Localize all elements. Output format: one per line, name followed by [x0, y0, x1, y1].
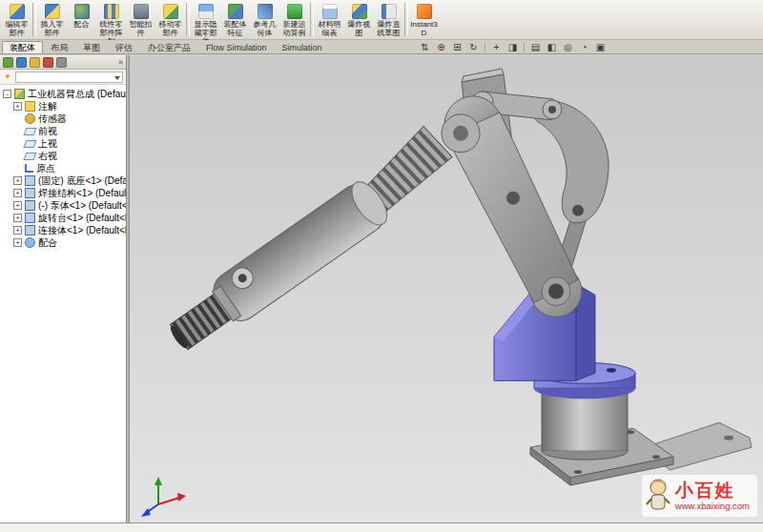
tab-office-products[interactable]: 办公室产品 [140, 41, 198, 53]
tree-item-pump-body-component[interactable]: + (-) 泵体<1> (Default<Def [0, 199, 126, 212]
insert-component-button[interactable]: 插入零部件 [37, 1, 67, 38]
tree-item-base-component[interactable]: + (固定) 底座<1> (Default<< [0, 174, 126, 187]
tab-assembly[interactable]: 装配体 [2, 41, 43, 53]
tree-item-label: 传感器 [38, 113, 67, 126]
command-manager-tabbar: 装配体 布局 草图 评估 办公室产品 Flow Simulation Simul… [0, 40, 763, 54]
tree-item-origin[interactable]: 原点 [0, 162, 126, 174]
edit-component-button[interactable]: 编辑零部件 [2, 1, 31, 38]
view-orientation-icon[interactable]: ▤ [528, 41, 543, 53]
assembly-features-icon [228, 4, 243, 19]
rotate-view-icon[interactable]: ↻ [466, 41, 481, 53]
display-manager-tab-icon[interactable] [56, 57, 67, 68]
assembly-features-button[interactable]: 装配体特征 [220, 1, 250, 38]
orientation-triad [141, 477, 186, 517]
smart-fasteners-button[interactable]: 智能扣件 [126, 1, 155, 38]
show-hidden-components-icon [198, 4, 214, 19]
tab-simulation[interactable]: Simulation [275, 41, 330, 53]
insert-component-icon [45, 4, 60, 19]
tree-item-front-plane[interactable]: 前视 [0, 125, 126, 137]
mate-label: 配合 [68, 20, 96, 29]
tree-item-annotations[interactable]: + 注解 [0, 100, 126, 113]
heads-up-view-toolbar: ⇅ ⊕ ⊞ ↻ + ◨ ▤ ◧ ◎ ◔ ▣ [418, 41, 608, 53]
expand-box-icon[interactable]: + [13, 226, 22, 235]
tree-item-label: 上视 [38, 137, 57, 151]
dimxpert-tab-icon[interactable] [43, 57, 53, 68]
edit-appearance-icon[interactable]: ◔ [577, 41, 591, 53]
linear-component-pattern-button[interactable]: 线性零部件阵列 [96, 1, 126, 38]
move-component-label: 移动零部件 [156, 20, 185, 37]
tree-item-connector-component[interactable]: + 连接体<1> (Default<Defaul [0, 224, 126, 236]
mate-button[interactable]: 配合 [67, 1, 96, 38]
explode-line-sketch-button[interactable]: 爆炸直线草图 [374, 1, 403, 38]
new-motion-study-icon [287, 4, 302, 19]
bill-of-materials-icon [322, 4, 338, 19]
tab-evaluate[interactable]: 评估 [108, 41, 140, 53]
collapse-box-icon[interactable]: - [3, 90, 11, 98]
tree-item-rotary-table-component[interactable]: + 旋转台<1> (Default<Defaul [0, 212, 126, 224]
part-icon [25, 188, 35, 198]
expand-box-icon[interactable]: + [13, 238, 22, 247]
explode-line-sketch-label: 爆炸直线草图 [375, 20, 403, 37]
part-icon [25, 175, 35, 186]
tab-flow-simulation[interactable]: Flow Simulation [198, 41, 275, 53]
bill-of-materials-button[interactable]: 材料明细表 [315, 1, 344, 38]
feature-tree: - 工业机器臂总成 (Default<Defa + 注解 传感器 前视 上视 [0, 85, 126, 522]
expand-box-icon[interactable]: + [13, 214, 22, 222]
filter-dropdown[interactable] [15, 72, 123, 83]
zoom-area-icon[interactable]: ⊞ [450, 41, 464, 53]
reference-geometry-icon [258, 4, 273, 19]
expand-box-icon[interactable]: + [13, 102, 22, 111]
tree-item-right-plane[interactable]: 右视 [0, 150, 126, 162]
hud-separator [485, 43, 485, 52]
forearm-part[interactable] [206, 175, 394, 328]
tree-item-top-plane[interactable]: 上视 [0, 137, 126, 150]
exploded-view-icon [352, 4, 367, 19]
exploded-view-button[interactable]: 爆炸视图 [344, 1, 374, 38]
expand-box-icon[interactable]: + [13, 201, 22, 210]
pedestal-part[interactable] [542, 388, 628, 460]
tree-item-label: 原点 [36, 162, 55, 175]
panel-overflow-chevrons[interactable]: » [118, 57, 123, 67]
sensors-icon [25, 113, 35, 124]
show-hidden-components-button[interactable]: 显示隐藏零部件 [191, 1, 220, 38]
smart-fasteners-label: 智能扣件 [127, 20, 155, 37]
pan-icon[interactable]: + [489, 41, 504, 53]
tree-item-label: 连接体<1> (Default<Defaul [38, 224, 126, 237]
configuration-manager-tab-icon[interactable] [30, 57, 40, 68]
zoom-in-out-icon[interactable]: ⇅ [418, 41, 432, 53]
tree-item-label: (固定) 底座<1> (Default<< [38, 174, 126, 188]
section-view-icon[interactable]: ◨ [505, 41, 520, 53]
robot-arm-model[interactable] [130, 55, 763, 522]
expand-box-icon[interactable]: + [13, 176, 22, 185]
feature-tree-tab-icon[interactable] [3, 57, 13, 68]
mate-icon [74, 4, 90, 19]
main-toolbar: 编辑零部件 插入零部件 配合 线性零部件阵列 智能扣件 移动零部件 显示隐藏零部… [0, 0, 763, 40]
tree-item-mates[interactable]: + 配合 [0, 236, 126, 249]
zoom-to-fit-icon[interactable]: ⊕ [434, 41, 448, 53]
tree-root-assembly[interactable]: - 工业机器臂总成 (Default<Defa [0, 88, 126, 100]
expand-box-icon[interactable]: + [13, 189, 22, 197]
instant3d-button[interactable]: Instant3D [409, 1, 439, 38]
display-style-icon[interactable]: ◧ [545, 41, 559, 53]
tab-layout[interactable]: 布局 [43, 41, 75, 53]
toolbar-separator [310, 3, 314, 36]
tree-filter-row: ▼ [0, 70, 126, 85]
tree-item-sensors[interactable]: 传感器 [0, 113, 126, 125]
apply-scene-icon[interactable]: ▣ [593, 41, 608, 53]
feature-manager-panel: » ▼ - 工业机器臂总成 (Default<Defa + 注解 传感器 前视 [0, 55, 127, 522]
tab-sketch[interactable]: 草图 [75, 41, 108, 53]
linear-component-pattern-icon [104, 4, 119, 19]
toolbar-separator [186, 3, 190, 36]
property-manager-tab-icon[interactable] [16, 57, 27, 68]
reference-geometry-button[interactable]: 参考几何体 [250, 1, 279, 38]
tree-item-label: 焊接结构<1> (Default<Defa [38, 187, 126, 200]
move-component-button[interactable]: 移动零部件 [155, 1, 185, 38]
graphics-viewport[interactable]: 小百姓 www.xbaixing.com [130, 55, 763, 522]
edit-component-label: 编辑零部件 [3, 20, 31, 37]
watermark-url: www.xbaixing.com [675, 501, 750, 511]
part-icon [25, 200, 35, 211]
new-motion-study-button[interactable]: 新建运动算例 [279, 1, 309, 38]
tree-item-welded-structure-component[interactable]: + 焊接结构<1> (Default<Defa [0, 187, 126, 199]
tree-item-label: 右视 [38, 150, 57, 163]
hide-show-items-icon[interactable]: ◎ [561, 41, 575, 53]
